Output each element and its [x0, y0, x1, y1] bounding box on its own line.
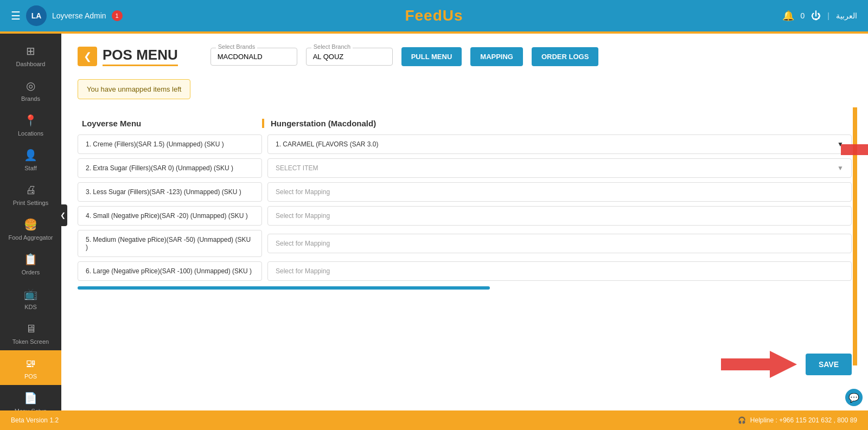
hungerstation-column-header: Hungerstation (Macdonald): [262, 119, 852, 128]
helpline-icon: 🎧: [738, 416, 746, 424]
footer: Beta Version 1.2 🎧 Helpline : +966 115 2…: [0, 410, 868, 430]
hungerstation-item-6[interactable]: Select for Mapping: [267, 261, 852, 281]
helpline-area: 🎧 Helpline : +966 115 201 632 , 800 89: [738, 416, 857, 424]
kds-icon: 📺: [23, 286, 39, 301]
hungerstation-item-1[interactable]: 1. CARAMEL (FLAVORS (SAR 3.0) ▼: [267, 134, 852, 154]
hamburger-icon[interactable]: ☰: [11, 9, 21, 22]
brands-label: Select Brands: [216, 43, 257, 50]
dropdown-arrow-2: ▼: [837, 164, 844, 172]
sidebar-item-pos[interactable]: 🖳 POS: [0, 350, 61, 385]
token-screen-icon: 🖥: [23, 321, 39, 336]
chat-bubble[interactable]: 💬: [845, 389, 863, 406]
logo-part2: Us: [443, 7, 463, 24]
chat-icon: 💬: [848, 393, 859, 403]
sidebar-item-dashboard[interactable]: ⊞ Dashboard: [0, 38, 61, 73]
order-logs-button[interactable]: ORDER LOGS: [532, 47, 598, 66]
sidebar-item-locations[interactable]: 📍 Locations: [0, 107, 61, 142]
sidebar-item-menu-setup[interactable]: 📄 Menu Setup: [0, 385, 61, 410]
mapping-header: Loyverse Menu Hungerstation (Macdonald): [78, 119, 852, 128]
sidebar-label-print: Print Settings: [13, 200, 48, 206]
sidebar-label-brands: Brands: [21, 95, 40, 102]
page-header-row: ❮ POS MENU Select Brands MACDONALD Selec…: [78, 47, 852, 66]
mapping-table: Loyverse Menu Hungerstation (Macdonald) …: [78, 119, 852, 290]
loyverse-item-6: 6. Large (Negative pRice)(SAR -100) (Unm…: [78, 261, 262, 281]
sidebar-item-orders[interactable]: 📋 Orders: [0, 246, 61, 281]
staff-icon: 👤: [23, 147, 39, 163]
loyverse-item-2: 2. Extra Sugar (Fillers)(SAR 0) (Unmappe…: [78, 158, 262, 178]
print-settings-icon: 🖨: [23, 182, 39, 197]
food-aggregator-icon: 🍔: [23, 217, 39, 232]
brands-icon: ◎: [23, 78, 39, 93]
app-logo: FeedUs: [405, 7, 463, 24]
sidebar-label-kds: KDS: [24, 304, 37, 310]
hungerstation-item-4[interactable]: Select for Mapping: [267, 206, 852, 226]
loyverse-item-5: 5. Medium (Negative pRice)(SAR -50) (Unm…: [78, 230, 262, 257]
version-label: Beta Version 1.2: [11, 416, 59, 424]
sidebar-label-food: Food Aggregator: [9, 234, 53, 241]
loyverse-item-1: 1. Creme (Fillers)(SAR 1.5) (Unmapped) (…: [78, 134, 262, 154]
branch-select[interactable]: AL QOUZ: [306, 48, 393, 66]
mapping-row-6: 6. Large (Negative pRice)(SAR -100) (Unm…: [78, 261, 852, 281]
hungerstation-value-2: SELECT ITEM: [276, 164, 318, 172]
mapping-row-3: 3. Less Sugar (Fillers)(SAR -123) (Unmap…: [78, 182, 852, 202]
sidebar-item-print-settings[interactable]: 🖨 Print Settings: [0, 177, 61, 211]
mapping-button[interactable]: MAPPING: [470, 47, 523, 66]
brands-select-wrapper: Select Brands MACDONALD: [210, 48, 297, 66]
mapping-row-5: 5. Medium (Negative pRice)(SAR -50) (Unm…: [78, 230, 852, 257]
hungerstation-value-4: Select for Mapping: [276, 212, 330, 220]
content-area: ❮ POS MENU Select Brands MACDONALD Selec…: [61, 34, 868, 410]
helpline-text: Helpline : +966 115 201 632 , 800 89: [750, 416, 857, 424]
sidebar-label-locations: Locations: [18, 130, 43, 137]
pos-icon: 🖳: [23, 356, 39, 371]
save-area: SAVE: [721, 351, 852, 378]
orders-icon: 📋: [23, 252, 39, 267]
sidebar: ⊞ Dashboard ◎ Brands 📍 Locations 👤 Staff…: [0, 34, 61, 410]
sidebar-item-staff[interactable]: 👤 Staff: [0, 142, 61, 177]
loyverse-item-4: 4. Small (Negative pRice)(SAR -20) (Unma…: [78, 206, 262, 226]
toolbar: Select Brands MACDONALD Select Branch AL…: [210, 47, 852, 66]
hungerstation-item-2[interactable]: SELECT ITEM ▼: [267, 158, 852, 178]
scroll-indicator[interactable]: [78, 286, 490, 290]
hungerstation-value-5: Select for Mapping: [276, 240, 330, 247]
dashboard-icon: ⊞: [23, 43, 39, 59]
back-button[interactable]: ❮: [78, 47, 97, 66]
sidebar-item-food-aggregator[interactable]: 🍔 Food Aggregator: [0, 211, 61, 246]
hungerstation-value-6: Select for Mapping: [276, 267, 330, 275]
logo-part1: Feed: [405, 7, 442, 24]
sidebar-label-token: Token Screen: [12, 338, 49, 345]
bell-icon[interactable]: 🔔: [782, 10, 794, 22]
svg-marker-2: [721, 351, 797, 378]
sidebar-label-staff: Staff: [24, 165, 36, 171]
top-header: ☰ LA Loyverse Admin 1 FeedUs 🔔 0 ⏻ | الع…: [0, 0, 868, 31]
header-right: 🔔 0 ⏻ | العربية: [782, 10, 857, 22]
pull-menu-button[interactable]: PULL MENU: [401, 47, 462, 66]
hungerstation-item-3[interactable]: Select for Mapping: [267, 182, 852, 202]
alert-unmapped: You have unmapped items left: [78, 79, 190, 99]
branch-select-wrapper: Select Branch AL QOUZ: [306, 48, 393, 66]
sidebar-item-token-screen[interactable]: 🖥 Token Screen: [0, 316, 61, 350]
mapping-row-1: 1. Creme (Fillers)(SAR 1.5) (Unmapped) (…: [78, 134, 852, 154]
loyverse-item-3: 3. Less Sugar (Fillers)(SAR -123) (Unmap…: [78, 182, 262, 202]
brands-select[interactable]: MACDONALD: [210, 48, 297, 66]
hungerstation-value-3: Select for Mapping: [276, 188, 330, 196]
sidebar-label-dashboard: Dashboard: [16, 61, 46, 67]
menu-setup-icon: 📄: [23, 390, 39, 406]
sidebar-item-brands[interactable]: ◎ Brands: [0, 73, 61, 107]
power-icon[interactable]: ⏻: [811, 10, 821, 22]
notif-count: 0: [801, 11, 805, 20]
avatar: LA: [26, 5, 47, 26]
hungerstation-item-5[interactable]: Select for Mapping: [267, 234, 852, 253]
language-label[interactable]: العربية: [836, 11, 857, 20]
main-layout: ⊞ Dashboard ◎ Brands 📍 Locations 👤 Staff…: [0, 34, 868, 410]
sidebar-item-kds[interactable]: 📺 KDS: [0, 281, 61, 316]
admin-name: Loyverse Admin: [52, 11, 106, 20]
save-arrow: [721, 351, 797, 378]
loyverse-column-header: Loyverse Menu: [78, 119, 262, 128]
save-button[interactable]: SAVE: [806, 354, 852, 375]
mapping-row-4: 4. Small (Negative pRice)(SAR -20) (Unma…: [78, 206, 852, 226]
locations-icon: 📍: [23, 113, 39, 128]
notification-badge[interactable]: 1: [112, 10, 123, 21]
sidebar-label-orders: Orders: [22, 269, 40, 275]
sidebar-collapse-button[interactable]: ❮: [59, 204, 67, 226]
sidebar-label-pos: POS: [24, 373, 37, 380]
